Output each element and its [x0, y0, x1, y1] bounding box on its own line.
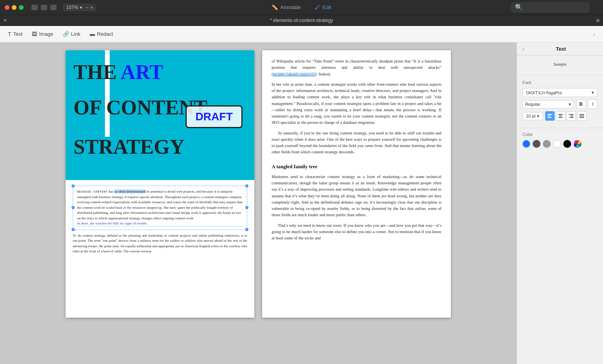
font-style-selector[interactable]: Regular ▾ — [522, 100, 574, 108]
chevron-down-icon: ▾ — [80, 5, 82, 10]
font-section-title: Font — [522, 80, 597, 85]
main-layout: THE ART OF CONTENT STRATEGY DRAFT — [0, 42, 603, 364]
paragraph-2: To do content strategy, defined as the p… — [73, 233, 247, 254]
expand-icon[interactable]: ⊕ — [596, 18, 600, 23]
panel-title: Text — [524, 46, 597, 52]
hero-title-the: THE ART — [74, 62, 163, 83]
svg-rect-11 — [579, 117, 584, 118]
highlighted-text: so often demonstrated — [114, 189, 145, 193]
font-section: Font OHXTXJ+YogaPro ▾ Regular ▾ B I — [517, 75, 603, 128]
link-tool-icon: 🔗 — [63, 31, 69, 37]
text-tool-icon: T — [8, 31, 11, 37]
page-right: of Wikipedia article for “Take Point” no… — [262, 50, 451, 318]
align-left-button[interactable] — [545, 111, 555, 121]
search-bar[interactable]: 🔍 — [511, 2, 590, 13]
handle-bl[interactable] — [72, 228, 75, 231]
toolbar-more-arrow[interactable]: › — [593, 31, 595, 37]
layout-btn-2[interactable] — [41, 5, 47, 10]
svg-rect-3 — [558, 114, 563, 115]
p1-before: has — [108, 189, 114, 193]
panel-header: › Text — [517, 42, 603, 55]
bold-icon: B — [579, 101, 583, 107]
zoom-out-button[interactable]: − — [85, 4, 88, 11]
tab-title[interactable]: * elements-of-content-strategy — [270, 18, 333, 23]
rp-p1-end: ). Indeed. — [315, 72, 331, 76]
zoom-level: 107% — [66, 5, 78, 10]
handle-br[interactable] — [245, 228, 248, 231]
tab-bar: ✕ * elements-of-content-strategy ⊕ — [0, 15, 603, 26]
hero-art: ART — [121, 61, 163, 83]
layout-btn-1[interactable] — [31, 5, 38, 10]
image-tool-label: Image — [39, 31, 53, 37]
svg-rect-7 — [570, 116, 574, 116]
font-family-selector[interactable]: OHXTXJ+YogaPro ▾ — [522, 88, 597, 97]
rp-para5: That’s why we need to know our roots. If… — [272, 222, 441, 242]
align-justify-button[interactable] — [577, 111, 586, 121]
rp-para1: of Wikipedia article for “Take Point” no… — [272, 58, 441, 77]
align-buttons — [545, 111, 586, 121]
edit-label: Edit — [322, 4, 331, 10]
image-tool-icon: 🖼 — [32, 31, 37, 37]
rp-para4: Marketers tend to characterize content s… — [272, 174, 441, 219]
cursor-icon: 🖊 — [315, 4, 320, 10]
style-row: Regular ▾ B I — [522, 99, 597, 109]
redact-tool-label: Redact — [97, 31, 113, 37]
rp-p2-text: In her role as point man, a content stra… — [272, 82, 441, 118]
text-tool-label: Text — [13, 31, 23, 37]
bold-button[interactable]: B — [576, 99, 586, 109]
close-button[interactable] — [5, 5, 9, 10]
svg-rect-2 — [548, 117, 552, 118]
color-section-title: Color — [522, 132, 597, 137]
document-area[interactable]: THE ART OF CONTENT STRATEGY DRAFT — [0, 42, 517, 364]
font-size-selector[interactable]: 10 pt ▾ — [522, 112, 543, 120]
svg-rect-9 — [579, 114, 584, 115]
handle-tr[interactable] — [245, 184, 248, 188]
italic-want: want — [331, 114, 339, 118]
zoom-in-button[interactable]: + — [90, 4, 93, 11]
tool-redact[interactable]: ▬ Redact — [90, 31, 113, 37]
minimize-button[interactable] — [12, 5, 17, 10]
color-swatch-rainbow[interactable] — [574, 140, 581, 148]
zoom-control[interactable]: 107% ▾ − + — [63, 4, 96, 11]
handle-tl[interactable] — [72, 184, 75, 188]
app-toolbar: T Text 🖼 Image 🔗 Link ▬ Redact › — [0, 26, 603, 42]
color-swatch-white[interactable] — [553, 140, 561, 148]
annotate-button[interactable]: ✏️ Annotate — [268, 3, 304, 11]
color-swatch-blue[interactable] — [522, 140, 530, 148]
handle-ml[interactable] — [72, 206, 75, 209]
align-left-icon — [548, 114, 552, 118]
search-icon: 🔍 — [515, 4, 523, 11]
tool-text[interactable]: T Text — [8, 31, 22, 37]
link-text[interactable]: en.http://okapit.com/cs/2/ — [273, 72, 315, 76]
pen-icon: ✏️ — [272, 4, 278, 10]
draft-badge: DRAFT — [186, 105, 243, 128]
paragraph-1: BECAUSE CONTENT has so often demonstrate… — [77, 189, 243, 221]
tool-image[interactable]: 🖼 Image — [32, 31, 53, 37]
svg-rect-8 — [570, 117, 574, 118]
edit-button[interactable]: 🖊 Edit — [312, 3, 334, 11]
color-swatch-light-gray[interactable] — [543, 140, 551, 148]
tool-link[interactable]: 🔗 Link — [63, 31, 81, 37]
color-swatch-dark-gray[interactable] — [533, 140, 540, 148]
search-input[interactable] — [525, 5, 586, 10]
layout-btn-3[interactable] — [50, 5, 57, 10]
redact-tool-icon: ▬ — [90, 31, 95, 37]
close-tab-icon[interactable]: ✕ — [3, 18, 7, 23]
italic-button[interactable]: I — [588, 99, 597, 109]
align-justify-icon — [579, 114, 584, 118]
align-right-button[interactable] — [566, 111, 576, 121]
titlebar: 107% ▾ − + ✏️ Annotate 🖊 Edit 🔍 — [0, 0, 603, 15]
selected-text-box[interactable]: BECAUSE CONTENT has so often demonstrate… — [73, 186, 247, 230]
fullscreen-button[interactable] — [19, 5, 24, 10]
align-center-button[interactable] — [556, 111, 565, 121]
page-spread: THE ART OF CONTENT STRATEGY DRAFT — [8, 50, 509, 318]
chevron-down-icon: ▾ — [592, 90, 594, 95]
svg-rect-5 — [559, 117, 563, 118]
svg-rect-10 — [579, 116, 584, 116]
svg-rect-0 — [548, 114, 552, 115]
color-swatch-black[interactable] — [563, 140, 571, 148]
align-center-icon — [558, 114, 563, 118]
svg-rect-4 — [559, 116, 562, 116]
handle-mr[interactable] — [245, 206, 248, 209]
hero-image: THE ART OF CONTENT STRATEGY DRAFT — [66, 50, 254, 180]
